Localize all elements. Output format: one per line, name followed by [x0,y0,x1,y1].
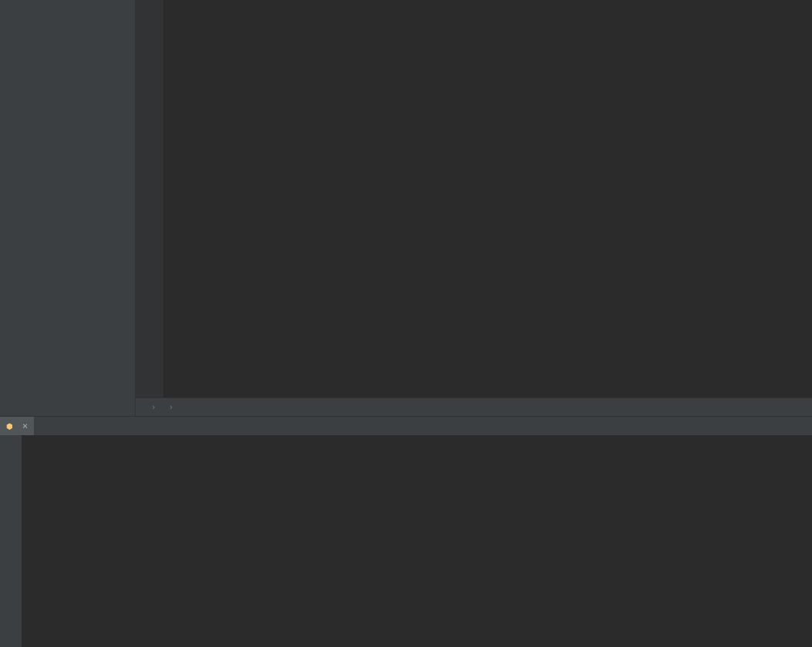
editor[interactable]: › › [136,0,812,416]
run-tool-window[interactable]: × [0,416,812,647]
run-tab-bar[interactable]: × [0,417,812,435]
close-icon[interactable]: × [22,421,28,431]
code-area[interactable] [163,0,812,397]
console-toolbar[interactable] [0,435,22,647]
chevron-right-icon: › [169,402,174,412]
run-tab[interactable]: × [0,417,34,435]
breadcrumb[interactable]: › › [136,397,812,416]
project-sidebar[interactable] [0,0,136,416]
python-icon [6,421,13,431]
console-output[interactable] [22,435,812,647]
chevron-right-icon: › [151,402,156,412]
fold-column [149,0,163,397]
line-gutter [136,0,149,397]
